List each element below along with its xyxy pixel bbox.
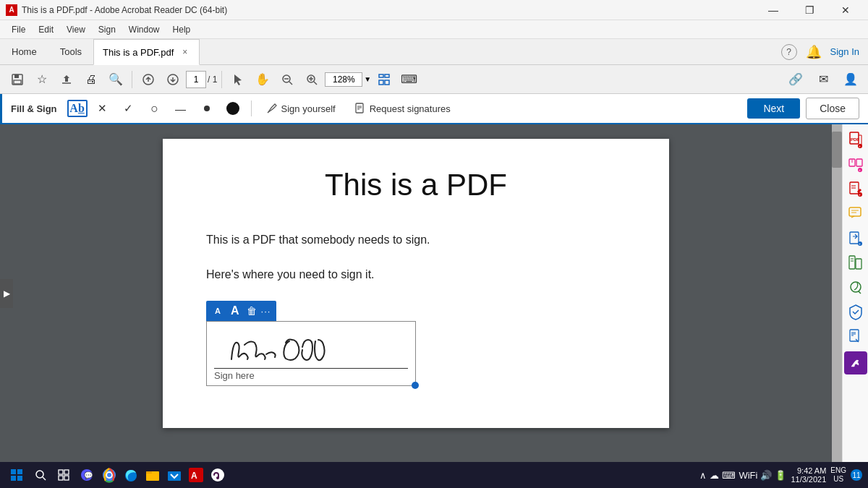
cursor-tool[interactable] <box>226 68 250 91</box>
organize-pages-icon[interactable]: + <box>844 153 867 176</box>
zoom-value[interactable]: 128% <box>325 72 362 87</box>
tab-close-button[interactable]: × <box>179 46 190 59</box>
account-button[interactable]: 👤 <box>839 68 862 91</box>
export-pdf-icon[interactable]: PDF+ <box>844 129 867 152</box>
taskbar-wifi-icon[interactable]: WiFi <box>739 470 757 481</box>
taskbar-snip-button[interactable] <box>165 466 184 484</box>
line-tool[interactable]: — <box>170 98 192 119</box>
sign-here-label: Sign here <box>214 370 408 381</box>
menu-view[interactable]: View <box>61 23 91 36</box>
comment-sidebar-icon[interactable] <box>844 202 867 226</box>
dot-large-tool[interactable] <box>222 98 244 119</box>
upload-button[interactable] <box>55 68 78 91</box>
taskbar-volume-icon[interactable]: 🔊 <box>760 470 772 481</box>
search-button[interactable]: 🔍 <box>104 68 127 91</box>
hand-tool[interactable]: ✋ <box>251 68 274 91</box>
dot-small-tool[interactable] <box>196 98 218 119</box>
sig-size-small-button[interactable]: A <box>212 306 224 316</box>
protect-sidebar-icon[interactable] <box>844 301 867 324</box>
email-button[interactable]: ✉ <box>812 68 835 91</box>
sign-sidebar-icon2[interactable] <box>844 351 867 374</box>
close-window-button[interactable]: ✕ <box>829 0 862 20</box>
page-up-button[interactable] <box>137 68 160 91</box>
resize-handle[interactable] <box>412 382 419 389</box>
taskbar-battery-icon[interactable]: 🔋 <box>775 470 786 481</box>
menu-window[interactable]: Window <box>123 23 166 36</box>
taskbar-notification-badge[interactable]: 11 <box>851 469 862 481</box>
request-signatures-button[interactable]: Request signatures <box>347 100 458 117</box>
tab-home[interactable]: Home <box>0 39 48 65</box>
menu-help[interactable]: Help <box>167 23 197 36</box>
window-title: This is a PDF.pdf - Adobe Acrobat Reader… <box>22 5 227 15</box>
acrobat-icon: A <box>6 4 17 16</box>
svg-rect-1 <box>14 74 19 78</box>
bookmark-button[interactable]: ☆ <box>30 68 54 91</box>
page-number-input[interactable] <box>186 71 206 88</box>
taskbar-acrobat-button[interactable]: A <box>187 466 205 484</box>
sign-in-button[interactable]: Sign In <box>830 46 859 57</box>
menu-edit[interactable]: Edit <box>33 23 59 36</box>
print-button[interactable]: 🖨 <box>80 68 103 91</box>
menu-file[interactable]: File <box>6 23 31 36</box>
taskbar-region-value: US <box>830 475 846 484</box>
check-tool[interactable]: ✓ <box>118 98 140 119</box>
close-button[interactable]: Close <box>806 98 859 119</box>
taskbar-onedrive-icon[interactable]: ☁ <box>710 470 719 481</box>
taskbar-search-button[interactable] <box>30 465 51 485</box>
notification-icon[interactable]: 🔔 <box>806 44 822 60</box>
zoom-control[interactable]: 128% ▼ <box>325 72 371 87</box>
sig-more-button[interactable]: ··· <box>261 306 271 317</box>
taskbar-start-button[interactable] <box>6 465 27 485</box>
signature-box[interactable]: Sign here <box>206 321 416 386</box>
taskbar-edge-button[interactable] <box>122 466 140 484</box>
zoom-out-button[interactable] <box>276 68 299 91</box>
next-button[interactable]: Next <box>747 98 800 119</box>
tab-active-document[interactable]: This is a PDF.pdf × <box>93 39 200 65</box>
taskbar-lang[interactable]: ENG US <box>830 466 846 484</box>
enhance-sidebar-icon[interactable] <box>844 276 867 299</box>
taskbar-clock[interactable]: 9:42 AM 11/3/2021 <box>791 466 826 484</box>
edit-pdf-sidebar-icon[interactable]: + <box>844 178 867 201</box>
request-sig-sidebar-icon2[interactable] <box>844 325 867 348</box>
taskbar-explorer-button[interactable] <box>143 466 162 484</box>
save-button[interactable] <box>6 68 29 91</box>
minimize-button[interactable]: — <box>757 0 790 20</box>
export-sidebar-icon[interactable]: + <box>844 227 867 250</box>
taskbar-chat-button[interactable]: 💬 <box>77 465 97 485</box>
sign-yourself-button[interactable]: Sign yourself <box>259 100 343 117</box>
toolbar-separator-2 <box>221 71 222 88</box>
text-field-tool[interactable]: Ab <box>67 100 88 117</box>
taskbar-overflow-icon[interactable]: ∧ <box>699 470 707 481</box>
taskbar-keyboard-icon[interactable]: ⌨ <box>722 470 736 481</box>
compress-sidebar-icon[interactable] <box>844 252 867 275</box>
title-bar-controls[interactable]: — ❐ ✕ <box>757 0 862 20</box>
tab-bar: Home Tools This is a PDF.pdf × ? 🔔 Sign … <box>0 39 868 65</box>
sig-size-large-button[interactable]: A <box>228 304 242 318</box>
circle-tool[interactable]: ○ <box>144 98 166 119</box>
svg-rect-41 <box>849 256 855 269</box>
fill-sign-label: Fill & Sign <box>11 103 57 114</box>
help-button[interactable]: ? <box>781 44 797 60</box>
fit-width-button[interactable]: ⌨ <box>397 68 420 91</box>
task-view-button[interactable] <box>54 465 74 485</box>
taskbar-chrome-button[interactable] <box>100 466 119 484</box>
taskbar-slack-button[interactable] <box>208 466 227 484</box>
tab-tools[interactable]: Tools <box>48 39 93 65</box>
maximize-button[interactable]: ❐ <box>793 0 826 20</box>
left-panel-toggle[interactable]: ▶ <box>0 279 13 308</box>
page-down-button[interactable] <box>161 68 184 91</box>
scrollbar[interactable] <box>832 124 842 462</box>
fill-sign-bar-right: Next Close <box>741 98 859 119</box>
sig-delete-button[interactable]: 🗑 <box>247 305 257 317</box>
svg-rect-46 <box>850 330 859 341</box>
scroll-thumb[interactable] <box>832 132 842 168</box>
zoom-in-button[interactable] <box>300 68 323 91</box>
share-button[interactable]: 🔗 <box>784 68 807 91</box>
menu-sign[interactable]: Sign <box>93 23 122 36</box>
pdf-sign-area[interactable]: A A 🗑 ··· <box>206 301 626 386</box>
zoom-dropdown-icon[interactable]: ▼ <box>364 75 371 83</box>
fit-page-button[interactable] <box>373 68 396 91</box>
cross-tool[interactable]: ✕ <box>92 98 114 119</box>
svg-text:+: + <box>859 241 861 246</box>
signature-image <box>214 329 408 368</box>
